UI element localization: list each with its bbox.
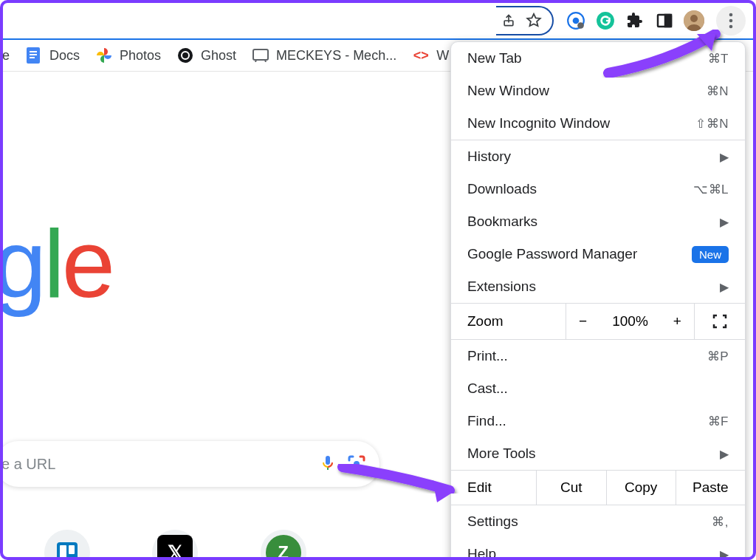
- new-badge: New: [692, 246, 729, 263]
- shortcut-trello[interactable]: Trello: [44, 530, 90, 560]
- shortcuts-row: Trello 𝕏 Twitter Z Zerodha: [44, 530, 306, 560]
- menu-downloads[interactable]: Downloads⌥⌘L: [451, 173, 745, 205]
- bookmark-star-icon[interactable]: [526, 13, 542, 29]
- menu-zoom-row: Zoom − 100% +: [451, 303, 745, 340]
- svg-point-9: [729, 13, 733, 17]
- zoom-in-button[interactable]: +: [673, 313, 681, 329]
- side-panel-icon[interactable]: [654, 10, 675, 31]
- menu-history[interactable]: History▶: [451, 140, 745, 173]
- chevron-right-icon: ▶: [720, 447, 729, 461]
- paste-button[interactable]: Paste: [676, 471, 745, 505]
- svg-rect-15: [30, 57, 35, 58]
- ghost-icon: [177, 47, 193, 64]
- browser-toolbar: [3, 3, 753, 38]
- chevron-right-icon: ▶: [720, 280, 729, 294]
- menu-edit-row: Edit Cut Copy Paste: [451, 470, 745, 505]
- zoom-value: 100%: [612, 313, 648, 329]
- shortcut-twitter[interactable]: 𝕏 Twitter: [152, 530, 198, 560]
- bookmark-item[interactable]: te: [3, 48, 10, 64]
- extensions-puzzle-icon[interactable]: [625, 10, 645, 31]
- chrome-menu: New Tab⌘T New Window⌘N New Incognito Win…: [450, 41, 746, 560]
- bookmark-item-photos[interactable]: Photos: [96, 47, 161, 64]
- bookmark-item-code[interactable]: <> W: [413, 47, 449, 64]
- svg-rect-13: [30, 51, 37, 52]
- profile-avatar[interactable]: [684, 10, 704, 31]
- google-logo: oogle: [0, 208, 112, 319]
- svg-rect-6: [665, 15, 671, 27]
- photos-icon: [96, 47, 112, 64]
- zoom-out-button[interactable]: −: [579, 313, 587, 329]
- bookmark-item-docs[interactable]: Docs: [26, 47, 80, 64]
- copy-button[interactable]: Copy: [607, 471, 676, 505]
- menu-bookmarks[interactable]: Bookmarks▶: [451, 205, 745, 238]
- chevron-right-icon: ▶: [720, 150, 729, 164]
- lens-search-icon[interactable]: [347, 454, 366, 474]
- svg-point-19: [354, 461, 360, 467]
- svg-point-3: [577, 22, 584, 29]
- menu-extensions[interactable]: Extensions▶: [451, 270, 745, 303]
- search-bar[interactable]: e a URL: [0, 441, 379, 487]
- svg-point-16: [178, 48, 193, 63]
- menu-print[interactable]: Print...⌘P: [451, 340, 745, 372]
- svg-point-11: [729, 25, 733, 29]
- chevron-right-icon: ▶: [720, 215, 729, 229]
- menu-find[interactable]: Find...⌘F: [451, 405, 745, 437]
- chrome-menu-button[interactable]: [716, 6, 746, 35]
- shortcut-zerodha[interactable]: Z Zerodha: [260, 530, 306, 560]
- menu-cast[interactable]: Cast...: [451, 372, 745, 405]
- meckeys-icon: [252, 47, 269, 64]
- omnibox-actions: [496, 6, 554, 35]
- code-icon: <>: [413, 47, 429, 64]
- menu-password-manager[interactable]: Google Password ManagerNew: [451, 238, 745, 270]
- svg-point-2: [573, 18, 580, 24]
- bookmark-item-meckeys[interactable]: MECKEYS - Mech...: [252, 47, 396, 64]
- menu-new-incognito[interactable]: New Incognito Window⇧⌘N: [451, 107, 745, 140]
- svg-point-8: [690, 15, 698, 22]
- edit-label: Edit: [451, 471, 537, 505]
- fullscreen-button[interactable]: [695, 304, 745, 339]
- extensions-area: [558, 6, 746, 35]
- menu-more-tools[interactable]: More Tools▶: [451, 437, 745, 470]
- menu-help[interactable]: Help▶: [451, 538, 745, 560]
- svg-point-10: [729, 19, 733, 23]
- zoom-label: Zoom: [451, 304, 566, 339]
- share-icon[interactable]: [501, 13, 517, 29]
- menu-new-tab[interactable]: New Tab⌘T: [451, 42, 745, 75]
- voice-search-icon[interactable]: [319, 454, 338, 474]
- extension-grammarly-icon[interactable]: [595, 10, 616, 31]
- search-placeholder: e a URL: [1, 456, 310, 473]
- docs-icon: [26, 47, 42, 64]
- bookmark-item-ghost[interactable]: Ghost: [177, 47, 236, 64]
- menu-settings[interactable]: Settings⌘,: [451, 505, 745, 538]
- svg-point-4: [597, 12, 614, 30]
- menu-new-window[interactable]: New Window⌘N: [451, 75, 745, 107]
- trello-icon: [57, 542, 78, 560]
- svg-rect-14: [30, 54, 37, 55]
- zerodha-icon: Z: [266, 535, 301, 560]
- x-icon: 𝕏: [157, 535, 193, 560]
- cut-button[interactable]: Cut: [537, 471, 606, 505]
- chevron-right-icon: ▶: [720, 547, 729, 561]
- svg-rect-18: [253, 49, 268, 60]
- extension-1password-icon[interactable]: [566, 10, 586, 31]
